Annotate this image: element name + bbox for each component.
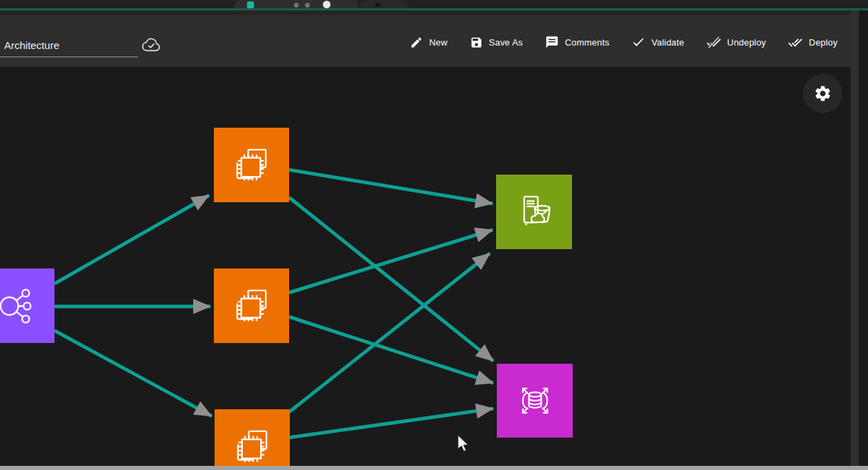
diagram-name-field	[0, 37, 139, 57]
node-compute-1[interactable]	[214, 128, 289, 202]
undeploy-button-label: Undeploy	[727, 37, 767, 48]
canvas-settings-button[interactable]	[803, 74, 842, 113]
node-storage[interactable]	[496, 175, 572, 249]
scalable-database-icon	[513, 379, 557, 422]
browser-tab[interactable]	[360, 0, 408, 8]
tab-glyph	[294, 3, 299, 8]
tab-glyph	[375, 3, 380, 7]
browser-tab-favicon	[323, 1, 331, 8]
mouse-cursor	[457, 434, 470, 453]
comments-button[interactable]: Comments	[544, 34, 611, 50]
node-database[interactable]	[497, 364, 573, 438]
node-compute-3[interactable]	[215, 409, 290, 466]
compute-chip-icon	[230, 144, 273, 187]
load-balancer-icon	[0, 284, 39, 328]
horizontal-scrollbar[interactable]	[0, 466, 868, 470]
check-icon	[631, 35, 645, 49]
new-button[interactable]: New	[408, 35, 449, 50]
header-top-band	[0, 10, 851, 15]
browser-tab[interactable]	[235, 0, 359, 8]
browser-tab-strip	[0, 0, 868, 8]
deploy-button-label: Deploy	[809, 37, 838, 48]
storage-backup-icon	[513, 190, 556, 234]
compute-chip-icon	[230, 425, 274, 467]
double-check-slash-icon	[707, 35, 721, 50]
cloud-check-icon	[141, 36, 161, 53]
undeploy-button[interactable]: Undeploy	[705, 34, 768, 51]
diagram-name-input[interactable]	[0, 37, 138, 57]
comments-button-label: Comments	[565, 37, 609, 48]
save-icon	[470, 36, 483, 49]
diagram-canvas[interactable]	[0, 67, 851, 466]
app-header: New Save As Comments Validate	[0, 15, 851, 67]
vertical-scrollbar[interactable]	[851, 10, 859, 466]
node-compute-2[interactable]	[214, 268, 289, 343]
deploy-button[interactable]: Deploy	[787, 34, 839, 51]
chat-icon	[545, 35, 559, 49]
node-load-balancer[interactable]	[0, 268, 55, 343]
save-as-button-label: Save As	[489, 37, 523, 48]
validate-button-label: Validate	[651, 37, 684, 48]
node-layer	[0, 67, 851, 466]
save-as-button[interactable]: Save As	[468, 35, 524, 50]
validate-button[interactable]: Validate	[630, 34, 686, 50]
gear-icon	[813, 84, 832, 103]
browser-tab-favicon	[247, 1, 254, 8]
new-button-label: New	[429, 37, 448, 48]
double-check-icon	[788, 35, 802, 50]
compute-chip-icon	[230, 284, 273, 328]
tab-glyph	[305, 3, 310, 8]
pencil-icon	[410, 36, 423, 49]
toolbar: New Save As Comments Validate	[408, 32, 839, 52]
